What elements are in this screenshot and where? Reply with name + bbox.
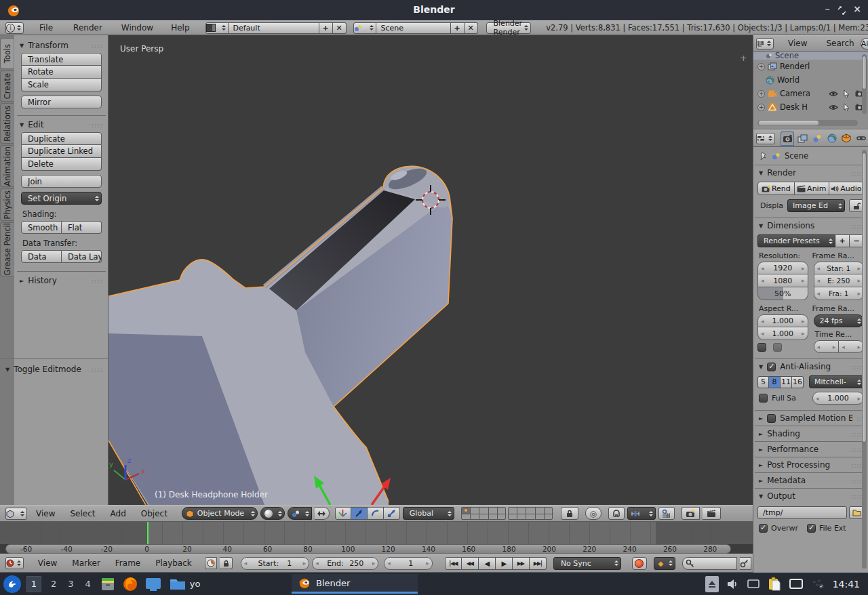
proportional-edit-button[interactable]: ◎ [585,507,601,520]
duplicate-button[interactable]: Duplicate [21,132,102,145]
eject-media-button[interactable] [705,576,719,592]
screen-layout-icon-button[interactable] [205,22,229,34]
workspace-4-button[interactable]: 4 [85,579,91,589]
volume-icon[interactable] [727,579,739,590]
maximize-button[interactable] [837,6,846,15]
add-preset-button[interactable]: + [835,234,850,247]
aa-filter-dropdown[interactable]: Mitchell- [809,375,864,388]
previous-keyframe-button[interactable]: ◀◀ [462,557,479,570]
outliner-filter-dropdown[interactable]: All [861,38,868,49]
shade-smooth-button[interactable]: Smooth [21,221,62,234]
panel-header-history[interactable]: ► History :::: [14,273,108,288]
folder-window-label[interactable]: yo [190,579,201,589]
menu-object[interactable]: Object [135,509,174,518]
start-frame-field[interactable]: Start: 1 [241,557,309,570]
delete-button[interactable]: Delete [21,158,102,171]
panel-header-edit[interactable]: ▼ Edit :::: [14,117,108,132]
panel-header-metadata[interactable]: ► Metadata :::: [753,473,868,488]
outliner-item-world[interactable]: World [753,73,868,87]
data-transfer-layout-button[interactable]: Data Layo [62,250,102,263]
mode-dropdown[interactable]: Object Mode [182,507,258,520]
updates-tray-icon[interactable] [811,579,825,590]
menu-select[interactable]: Select [64,509,101,518]
render-audio-button[interactable]: Audio [829,182,864,195]
aspect-y-field[interactable]: 1.000 [757,327,808,340]
pin-icon[interactable] [759,152,768,161]
translate-manipulator-button[interactable] [351,507,368,520]
menu-render[interactable]: Render [67,23,108,33]
snap-target-button[interactable] [658,507,675,520]
rotate-manipulator-button[interactable] [368,507,384,520]
resolution-x-field[interactable]: 1920 [757,262,808,274]
panel-grip-icon[interactable]: :::: [851,493,863,500]
tab-create[interactable]: Create [0,70,14,102]
outliner-item-camera[interactable]: + Camera [753,87,868,100]
output-path-field[interactable]: /tmp/ [757,506,847,519]
panel-grip-icon[interactable]: :::: [851,169,863,177]
full-sample-checkbox[interactable] [759,394,768,403]
tab-constraints[interactable] [854,131,868,146]
keying-set-field[interactable] [682,557,737,570]
screen-layout-field[interactable]: Default [229,22,319,34]
panel-grip-icon[interactable]: :::: [851,446,863,453]
display-app-launcher[interactable] [145,577,161,592]
current-frame-field[interactable]: 1 [384,557,433,570]
workspace-tray-icon[interactable] [789,579,803,590]
panel-grip-icon[interactable]: :::: [851,477,863,485]
panel-grip-icon[interactable]: :::: [851,461,863,469]
editor-type-selector[interactable] [756,133,775,144]
expand-icon[interactable]: + [757,63,765,70]
render-animation-button[interactable]: Anim [795,182,829,195]
outliner-item-scene[interactable]: Scene [753,52,868,60]
duplicate-linked-button[interactable]: Duplicate Linked [21,145,102,158]
panel-grip-icon[interactable]: :::: [851,430,863,438]
clipboard-tray-icon[interactable] [768,577,781,592]
menu-view[interactable]: View [32,558,63,568]
panel-grip-icon[interactable]: :::: [92,366,103,373]
tab-world[interactable] [825,131,839,146]
editor-type-selector[interactable] [5,557,24,569]
tab-scene[interactable] [810,131,824,146]
panel-header-dimensions[interactable]: ▼ Dimensions :::: [753,218,868,233]
3d-viewport[interactable]: x y z User Persp (1) Desk Headphone Hold… [108,35,753,505]
menu-frame[interactable]: Frame [109,558,146,568]
editor-type-selector[interactable] [5,508,27,520]
time-remap-old-field[interactable] [814,340,840,353]
menu-search[interactable]: Search [820,39,860,48]
mirror-button[interactable]: Mirror [21,96,102,108]
display-mode-dropdown[interactable]: Image Ed [787,199,845,212]
selectability-icon[interactable] [844,90,850,98]
outliner-hscrollbar[interactable] [757,120,858,126]
hide-icon[interactable] [829,104,838,110]
editor-type-selector[interactable] [756,38,774,49]
translate-button[interactable]: Translate [21,53,102,66]
lock-to-scene-button[interactable] [561,507,578,520]
panel-grip-icon[interactable]: :::: [851,222,863,230]
menu-add[interactable]: Add [104,509,132,518]
render-engine-selector[interactable]: Blender Render [486,22,532,34]
antialiasing-checkbox[interactable] [767,363,776,371]
overwrite-checkbox[interactable] [759,524,768,533]
opengl-render-button[interactable] [682,507,700,520]
aspect-x-field[interactable]: 1.000 [757,314,808,327]
frame-end-field[interactable]: E: 250 [814,274,865,287]
app-menu-button[interactable] [3,575,21,593]
jump-to-start-button[interactable]: |◀◀ [445,557,462,570]
workspace-3-button[interactable]: 3 [68,579,73,589]
scene-name-field[interactable]: Scene [376,22,451,34]
preview-range-button[interactable] [205,557,218,569]
motion-blur-checkbox[interactable] [767,414,776,423]
tab-physics[interactable]: Physics [0,188,14,221]
firefox-launcher[interactable] [122,576,138,592]
delete-scene-button[interactable]: ✕ [465,22,478,34]
menu-file[interactable]: File [33,23,59,33]
transform-orientation-dropdown[interactable]: Global [403,507,454,520]
panel-header-operator[interactable]: ▼ Toggle Editmode :::: [0,362,108,377]
layers-grid-1[interactable] [461,507,506,520]
editor-type-selector[interactable]: i [5,22,24,34]
lock-time-button[interactable] [220,557,232,569]
outliner-item-renderlayers[interactable]: + Renderl [753,60,868,73]
panel-grip-icon[interactable]: :::: [92,42,103,49]
panel-header-performance[interactable]: ► Performance :::: [753,442,868,457]
menu-help[interactable]: Help [165,23,195,33]
